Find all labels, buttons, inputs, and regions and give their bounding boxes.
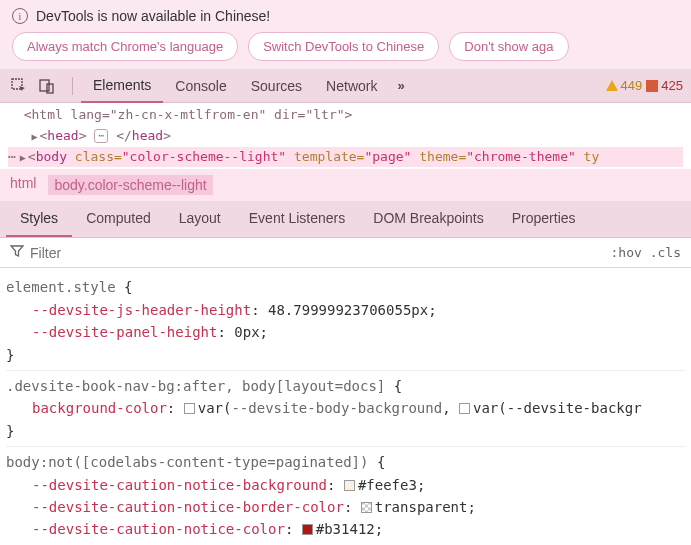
color-swatch[interactable] — [302, 524, 313, 535]
tab-computed[interactable]: Computed — [72, 201, 165, 237]
warning-icon — [606, 80, 618, 91]
tab-styles[interactable]: Styles — [6, 201, 72, 237]
breadcrumb: html body.color-scheme--light — [0, 169, 691, 201]
tab-event-listeners[interactable]: Event Listeners — [235, 201, 360, 237]
styles-tabbar: Styles Computed Layout Event Listeners D… — [0, 201, 691, 238]
warnings-count: 449 — [621, 78, 643, 93]
filter-input[interactable] — [30, 245, 611, 261]
rule-body-not-codelabs[interactable]: body:not([codelabs-content-type=paginate… — [6, 447, 685, 545]
expand-icon[interactable]: ▶ — [31, 129, 37, 145]
color-swatch[interactable] — [361, 502, 372, 513]
errors-badge[interactable]: 425 — [646, 78, 683, 93]
color-swatch[interactable] — [459, 403, 470, 414]
filter-bar: :hov .cls — [0, 238, 691, 268]
filter-icon[interactable] — [10, 244, 24, 261]
breadcrumb-body[interactable]: body.color-scheme--light — [48, 175, 212, 195]
device-toolbar-icon[interactable] — [36, 75, 58, 97]
svg-rect-1 — [40, 80, 49, 91]
rule-devsite-book-nav[interactable]: .devsite-book-nav-bg:after, body[layout=… — [6, 371, 685, 447]
dom-body-line[interactable]: ⋯▶<body class="color-scheme--light" temp… — [8, 147, 683, 168]
dom-html-line[interactable]: <html lang="zh-cn-x-mtlfrom-en" dir="ltr… — [8, 105, 683, 126]
switch-devtools-button[interactable]: Switch DevTools to Chinese — [248, 32, 439, 61]
tab-sources[interactable]: Sources — [239, 70, 314, 102]
tab-layout[interactable]: Layout — [165, 201, 235, 237]
separator — [72, 77, 73, 95]
language-banner: i DevTools is now available in Chinese! … — [0, 0, 691, 69]
tab-network[interactable]: Network — [314, 70, 389, 102]
tab-properties[interactable]: Properties — [498, 201, 590, 237]
warnings-badge[interactable]: 449 — [606, 78, 643, 93]
inspect-icon[interactable] — [8, 75, 30, 97]
style-rules: element.style { --devsite-js-header-heig… — [0, 268, 691, 545]
ellipsis-icon[interactable]: ⋯ — [94, 129, 108, 143]
color-swatch[interactable] — [344, 480, 355, 491]
tab-elements[interactable]: Elements — [81, 69, 163, 103]
tab-dom-breakpoints[interactable]: DOM Breakpoints — [359, 201, 497, 237]
more-tabs-icon[interactable]: » — [389, 78, 412, 93]
banner-title: DevTools is now available in Chinese! — [36, 8, 270, 24]
always-match-button[interactable]: Always match Chrome's language — [12, 32, 238, 61]
breadcrumb-html[interactable]: html — [10, 175, 36, 195]
expand-icon[interactable]: ▶ — [20, 150, 26, 166]
info-icon: i — [12, 8, 28, 24]
dom-head-line[interactable]: ▶<head> ⋯ </head> — [8, 126, 683, 147]
dom-tree[interactable]: <html lang="zh-cn-x-mtlfrom-en" dir="ltr… — [0, 103, 691, 169]
error-icon — [646, 80, 658, 92]
color-swatch[interactable] — [184, 403, 195, 414]
errors-count: 425 — [661, 78, 683, 93]
filter-toggles[interactable]: :hov .cls — [611, 245, 681, 260]
main-toolbar: Elements Console Sources Network » 449 4… — [0, 69, 691, 103]
rule-element-style[interactable]: element.style { --devsite-js-header-heig… — [6, 272, 685, 371]
tab-console[interactable]: Console — [163, 70, 238, 102]
dont-show-button[interactable]: Don't show aga — [449, 32, 568, 61]
svg-rect-2 — [47, 84, 53, 93]
overflow-dots-icon: ⋯ — [8, 149, 16, 164]
